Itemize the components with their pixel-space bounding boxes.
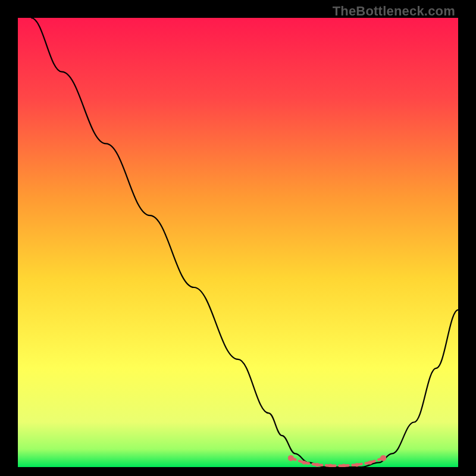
chart-plot-area xyxy=(18,18,458,467)
watermark-text: TheBottleneck.com xyxy=(333,4,455,19)
chart-background-gradient xyxy=(18,18,458,467)
